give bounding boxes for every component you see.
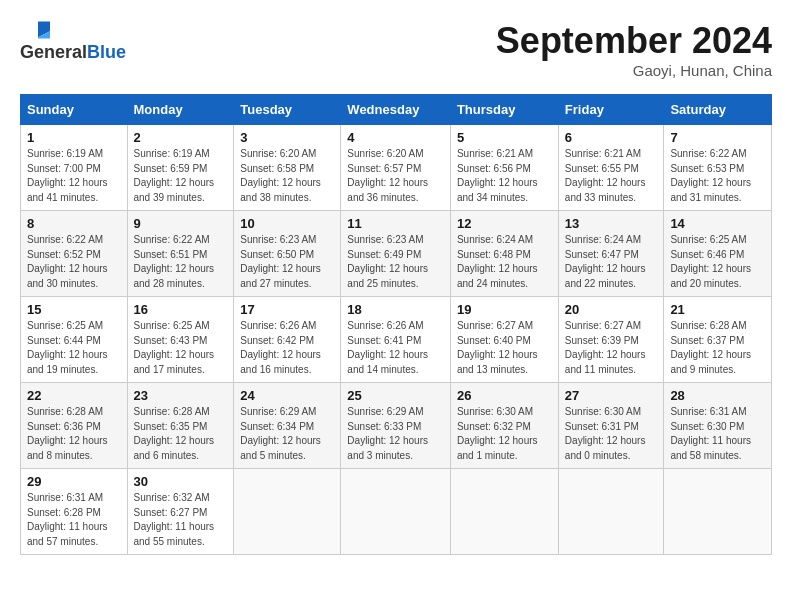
- day-info: Sunrise: 6:25 AMSunset: 6:46 PMDaylight:…: [670, 233, 765, 291]
- calendar-day-cell: 11 Sunrise: 6:23 AMSunset: 6:49 PMDaylig…: [341, 211, 451, 297]
- day-number: 14: [670, 216, 765, 231]
- calendar-day-cell: 15 Sunrise: 6:25 AMSunset: 6:44 PMDaylig…: [21, 297, 128, 383]
- day-info: Sunrise: 6:27 AMSunset: 6:40 PMDaylight:…: [457, 319, 552, 377]
- day-info: Sunrise: 6:20 AMSunset: 6:57 PMDaylight:…: [347, 147, 444, 205]
- month-title: September 2024: [496, 20, 772, 62]
- day-number: 9: [134, 216, 228, 231]
- day-number: 23: [134, 388, 228, 403]
- logo: GeneralBlue: [20, 20, 126, 63]
- calendar-day-cell: 21 Sunrise: 6:28 AMSunset: 6:37 PMDaylig…: [664, 297, 772, 383]
- day-info: Sunrise: 6:22 AMSunset: 6:51 PMDaylight:…: [134, 233, 228, 291]
- day-number: 10: [240, 216, 334, 231]
- day-info: Sunrise: 6:23 AMSunset: 6:50 PMDaylight:…: [240, 233, 334, 291]
- weekday-header: Wednesday: [341, 95, 451, 125]
- day-number: 24: [240, 388, 334, 403]
- day-number: 6: [565, 130, 658, 145]
- day-number: 22: [27, 388, 121, 403]
- calendar-day-cell: 7 Sunrise: 6:22 AMSunset: 6:53 PMDayligh…: [664, 125, 772, 211]
- location-subtitle: Gaoyi, Hunan, China: [496, 62, 772, 79]
- day-info: Sunrise: 6:32 AMSunset: 6:27 PMDaylight:…: [134, 491, 228, 549]
- day-info: Sunrise: 6:26 AMSunset: 6:42 PMDaylight:…: [240, 319, 334, 377]
- day-info: Sunrise: 6:24 AMSunset: 6:48 PMDaylight:…: [457, 233, 552, 291]
- day-info: Sunrise: 6:22 AMSunset: 6:52 PMDaylight:…: [27, 233, 121, 291]
- calendar-day-cell: 12 Sunrise: 6:24 AMSunset: 6:48 PMDaylig…: [450, 211, 558, 297]
- calendar-day-cell: 20 Sunrise: 6:27 AMSunset: 6:39 PMDaylig…: [558, 297, 664, 383]
- calendar-day-cell: 26 Sunrise: 6:30 AMSunset: 6:32 PMDaylig…: [450, 383, 558, 469]
- day-info: Sunrise: 6:21 AMSunset: 6:55 PMDaylight:…: [565, 147, 658, 205]
- logo-icon: [20, 20, 50, 40]
- calendar-day-cell: 27 Sunrise: 6:30 AMSunset: 6:31 PMDaylig…: [558, 383, 664, 469]
- calendar-day-cell: 5 Sunrise: 6:21 AMSunset: 6:56 PMDayligh…: [450, 125, 558, 211]
- calendar-day-cell: 23 Sunrise: 6:28 AMSunset: 6:35 PMDaylig…: [127, 383, 234, 469]
- calendar-day-cell: 24 Sunrise: 6:29 AMSunset: 6:34 PMDaylig…: [234, 383, 341, 469]
- day-number: 20: [565, 302, 658, 317]
- day-info: Sunrise: 6:31 AMSunset: 6:28 PMDaylight:…: [27, 491, 121, 549]
- day-number: 19: [457, 302, 552, 317]
- calendar-day-cell: 1 Sunrise: 6:19 AMSunset: 7:00 PMDayligh…: [21, 125, 128, 211]
- calendar-day-cell: 6 Sunrise: 6:21 AMSunset: 6:55 PMDayligh…: [558, 125, 664, 211]
- weekday-header: Tuesday: [234, 95, 341, 125]
- day-info: Sunrise: 6:25 AMSunset: 6:43 PMDaylight:…: [134, 319, 228, 377]
- day-info: Sunrise: 6:19 AMSunset: 7:00 PMDaylight:…: [27, 147, 121, 205]
- day-number: 8: [27, 216, 121, 231]
- day-number: 13: [565, 216, 658, 231]
- title-block: September 2024 Gaoyi, Hunan, China: [496, 20, 772, 79]
- day-number: 11: [347, 216, 444, 231]
- page-header: GeneralBlue September 2024 Gaoyi, Hunan,…: [20, 20, 772, 79]
- day-number: 21: [670, 302, 765, 317]
- calendar-day-cell: 8 Sunrise: 6:22 AMSunset: 6:52 PMDayligh…: [21, 211, 128, 297]
- calendar-day-cell: [558, 469, 664, 555]
- day-info: Sunrise: 6:30 AMSunset: 6:32 PMDaylight:…: [457, 405, 552, 463]
- logo-text: GeneralBlue: [20, 42, 126, 63]
- day-info: Sunrise: 6:27 AMSunset: 6:39 PMDaylight:…: [565, 319, 658, 377]
- day-number: 25: [347, 388, 444, 403]
- calendar-day-cell: 16 Sunrise: 6:25 AMSunset: 6:43 PMDaylig…: [127, 297, 234, 383]
- day-number: 17: [240, 302, 334, 317]
- day-number: 26: [457, 388, 552, 403]
- day-number: 15: [27, 302, 121, 317]
- calendar-day-cell: [450, 469, 558, 555]
- day-info: Sunrise: 6:29 AMSunset: 6:33 PMDaylight:…: [347, 405, 444, 463]
- day-number: 1: [27, 130, 121, 145]
- calendar-day-cell: 3 Sunrise: 6:20 AMSunset: 6:58 PMDayligh…: [234, 125, 341, 211]
- calendar-week-row: 8 Sunrise: 6:22 AMSunset: 6:52 PMDayligh…: [21, 211, 772, 297]
- day-number: 5: [457, 130, 552, 145]
- day-number: 28: [670, 388, 765, 403]
- calendar-day-cell: 25 Sunrise: 6:29 AMSunset: 6:33 PMDaylig…: [341, 383, 451, 469]
- day-info: Sunrise: 6:30 AMSunset: 6:31 PMDaylight:…: [565, 405, 658, 463]
- calendar-week-row: 29 Sunrise: 6:31 AMSunset: 6:28 PMDaylig…: [21, 469, 772, 555]
- day-number: 7: [670, 130, 765, 145]
- day-info: Sunrise: 6:31 AMSunset: 6:30 PMDaylight:…: [670, 405, 765, 463]
- day-info: Sunrise: 6:23 AMSunset: 6:49 PMDaylight:…: [347, 233, 444, 291]
- day-number: 4: [347, 130, 444, 145]
- calendar-day-cell: [664, 469, 772, 555]
- weekday-header: Monday: [127, 95, 234, 125]
- calendar-day-cell: 13 Sunrise: 6:24 AMSunset: 6:47 PMDaylig…: [558, 211, 664, 297]
- day-info: Sunrise: 6:28 AMSunset: 6:37 PMDaylight:…: [670, 319, 765, 377]
- day-number: 16: [134, 302, 228, 317]
- day-info: Sunrise: 6:26 AMSunset: 6:41 PMDaylight:…: [347, 319, 444, 377]
- calendar-day-cell: [341, 469, 451, 555]
- day-info: Sunrise: 6:25 AMSunset: 6:44 PMDaylight:…: [27, 319, 121, 377]
- day-number: 30: [134, 474, 228, 489]
- calendar-day-cell: 19 Sunrise: 6:27 AMSunset: 6:40 PMDaylig…: [450, 297, 558, 383]
- weekday-header: Thursday: [450, 95, 558, 125]
- calendar-table: SundayMondayTuesdayWednesdayThursdayFrid…: [20, 94, 772, 555]
- calendar-day-cell: 29 Sunrise: 6:31 AMSunset: 6:28 PMDaylig…: [21, 469, 128, 555]
- day-number: 2: [134, 130, 228, 145]
- day-number: 3: [240, 130, 334, 145]
- weekday-header: Sunday: [21, 95, 128, 125]
- day-info: Sunrise: 6:21 AMSunset: 6:56 PMDaylight:…: [457, 147, 552, 205]
- calendar-day-cell: 2 Sunrise: 6:19 AMSunset: 6:59 PMDayligh…: [127, 125, 234, 211]
- day-info: Sunrise: 6:20 AMSunset: 6:58 PMDaylight:…: [240, 147, 334, 205]
- calendar-day-cell: 9 Sunrise: 6:22 AMSunset: 6:51 PMDayligh…: [127, 211, 234, 297]
- day-info: Sunrise: 6:22 AMSunset: 6:53 PMDaylight:…: [670, 147, 765, 205]
- calendar-day-cell: 18 Sunrise: 6:26 AMSunset: 6:41 PMDaylig…: [341, 297, 451, 383]
- day-info: Sunrise: 6:19 AMSunset: 6:59 PMDaylight:…: [134, 147, 228, 205]
- calendar-week-row: 15 Sunrise: 6:25 AMSunset: 6:44 PMDaylig…: [21, 297, 772, 383]
- calendar-day-cell: 30 Sunrise: 6:32 AMSunset: 6:27 PMDaylig…: [127, 469, 234, 555]
- day-info: Sunrise: 6:28 AMSunset: 6:36 PMDaylight:…: [27, 405, 121, 463]
- weekday-header: Saturday: [664, 95, 772, 125]
- calendar-day-cell: 17 Sunrise: 6:26 AMSunset: 6:42 PMDaylig…: [234, 297, 341, 383]
- day-number: 18: [347, 302, 444, 317]
